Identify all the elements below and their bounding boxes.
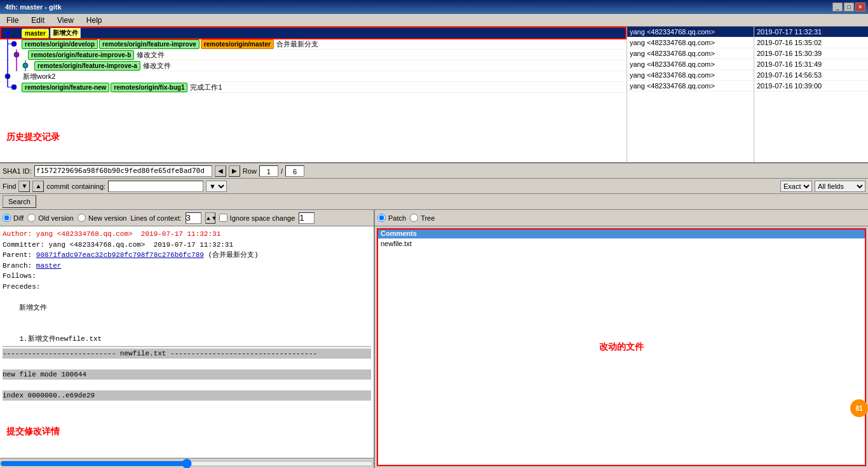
sha-input[interactable] <box>34 165 212 177</box>
bottom-section: Diff Old version New version Lines of co… <box>0 210 868 468</box>
author-row-2[interactable]: yang <482334768.qq.com> <box>627 38 754 48</box>
exact-select[interactable]: Exact <box>780 181 812 192</box>
svg-point-0 <box>5 31 10 36</box>
file-panel-header: Comments <box>377 228 866 238</box>
date-row-5[interactable]: 2019-07-16 14:56:53 <box>754 70 868 81</box>
author-area: yang <482334768.qq.com> yang <482334768.… <box>627 27 754 162</box>
commit-row-2[interactable]: remotes/origin/develop remotes/origin/fe… <box>1 39 625 50</box>
author-row-5[interactable]: yang <482334768.qq.com> <box>627 70 754 81</box>
close-button[interactable]: ✕ <box>855 3 865 11</box>
file-header-line: --------------------------- newfile.txt … <box>3 348 371 359</box>
menu-help[interactable]: Help <box>83 15 106 26</box>
row-separator: / <box>281 167 283 175</box>
author-row-6[interactable]: yang <482334768.qq.com> <box>627 81 754 92</box>
find-down-button[interactable]: ▼ <box>18 181 30 192</box>
lines-input[interactable] <box>186 212 201 224</box>
diff-toolbar: Diff Old version New version Lines of co… <box>0 210 374 226</box>
find-bar: Find ▼ ▲ commit containing: ▼ Exact All … <box>0 179 868 194</box>
branch-origin-master: remotes/origin/master <box>201 39 274 49</box>
changed-files-label: 改动的文件 <box>599 341 644 353</box>
commit-row-3[interactable]: remotes/origin/feature-improve-b 修改文件 <box>1 50 625 60</box>
patch-toolbar: Patch Tree <box>375 210 868 226</box>
old-radio-group[interactable]: Old version <box>27 214 74 222</box>
file-meta-1: new file mode 100644 <box>3 369 371 380</box>
branch-master: master <box>22 29 49 38</box>
patch-radio[interactable] <box>377 214 386 222</box>
svg-point-13 <box>5 74 10 79</box>
author-row-1[interactable]: yang <482334768.qq.com> <box>627 27 754 38</box>
old-version-radio[interactable] <box>27 214 36 222</box>
find-up-button[interactable]: ▲ <box>32 181 44 192</box>
find-label: Find <box>3 182 16 190</box>
find-type-select[interactable]: ▼ <box>206 181 227 192</box>
svg-point-16 <box>11 85 17 90</box>
date-row-3[interactable]: 2019-07-16 15:30:39 <box>754 48 868 59</box>
lines-spinner[interactable]: ▲▼ <box>205 212 215 224</box>
lines-label: Lines of context: <box>130 214 181 222</box>
branch-feature-new: remotes/origin/feature-new <box>22 83 109 92</box>
date-row-6[interactable]: 2019-07-16 10:39:00 <box>754 81 868 92</box>
ignore-space-group[interactable]: Ignore space change <box>219 214 295 222</box>
search-bar: Search <box>0 194 868 210</box>
branch-feature-improve-a: remotes/origin/feature-improve-a <box>34 61 140 71</box>
branch-develop: remotes/origin/develop <box>22 39 98 49</box>
window-title: 4th: master - gitk <box>3 3 62 11</box>
file-item-1[interactable]: newfile.txt <box>377 238 866 249</box>
new-radio-group[interactable]: New version <box>78 214 127 222</box>
diff-file-content: --------------------------- newfile.txt … <box>3 348 371 401</box>
ignore-space-checkbox[interactable] <box>219 214 227 222</box>
commit-row-1[interactable]: master 新增文件 <box>1 28 625 39</box>
author-row-3[interactable]: yang <482334768.qq.com> <box>627 48 754 59</box>
row-label: Row <box>243 167 257 175</box>
next-commit-button[interactable]: ▶ <box>229 165 240 177</box>
date-row-4[interactable]: 2019-07-16 15:31:49 <box>754 59 868 70</box>
commit-msg-2: 合并最新分支 <box>276 39 318 49</box>
menubar: File Edit View Help <box>0 14 868 27</box>
commit-msg-5: 新增work2 <box>23 72 55 81</box>
detail-label: 提交修改详情 <box>6 426 60 439</box>
branch-feature-improve: remotes/origin/feature-improve <box>99 39 200 49</box>
history-label: 历史提交记录 <box>6 132 60 143</box>
diff-radio-group[interactable]: Diff <box>3 214 24 222</box>
file-panel: Comments newfile.txt 改动的文件 <box>376 228 867 467</box>
date-row-2[interactable]: 2019-07-16 15:35:02 <box>754 38 868 48</box>
row-total: 6 <box>285 165 304 177</box>
diff-radio[interactable] <box>3 214 11 222</box>
hscroll[interactable] <box>0 458 374 468</box>
menu-view[interactable]: View <box>53 15 78 26</box>
titlebar: 4th: master - gitk _ □ ✕ <box>0 0 868 14</box>
sha-label: SHA1 ID: <box>3 167 32 175</box>
commit-row-4[interactable]: remotes/origin/feature-improve-a 修改文件 <box>1 60 625 71</box>
diff-content: Author: yang <482334768.qq.com> 2019-07-… <box>0 226 374 458</box>
patch-radio-group[interactable]: Patch <box>377 214 406 222</box>
commit-row-6[interactable]: remotes/origin/feature-new remotes/origi… <box>1 82 625 93</box>
find-containing-label: containing: <box>72 182 105 190</box>
new-version-radio[interactable] <box>78 214 86 222</box>
menu-file[interactable]: File <box>3 15 22 26</box>
maximize-button[interactable]: □ <box>844 3 854 11</box>
commit-msg-6: 完成工作1 <box>190 83 222 92</box>
top-section: master 新增文件 remotes/origin/develop remot… <box>0 27 868 163</box>
right-panel: Patch Tree Comments newfile.txt 改动的文件 81 <box>375 210 868 468</box>
search-button[interactable]: Search <box>3 195 36 208</box>
orange-badge: 81 <box>850 399 868 417</box>
minimize-button[interactable]: _ <box>832 3 843 11</box>
branch-new-file: 新增文件 <box>50 27 81 39</box>
prev-commit-button[interactable]: ◀ <box>215 165 226 177</box>
date-area: 2019-07-17 11:32:31 2019-07-16 15:35:02 … <box>754 27 868 162</box>
find-commit-label: commit <box>46 182 69 190</box>
fields-select[interactable]: All fields <box>815 181 865 192</box>
diff-text: Author: yang <482334768.qq.com> 2019-07-… <box>3 229 371 345</box>
tree-radio[interactable] <box>410 214 418 222</box>
h-scrollbar[interactable] <box>0 458 374 468</box>
graph-area: master 新增文件 remotes/origin/develop remot… <box>0 27 627 162</box>
find-input[interactable] <box>108 181 203 192</box>
main-container: master 新增文件 remotes/origin/develop remot… <box>0 27 868 468</box>
menu-edit[interactable]: Edit <box>27 15 48 26</box>
date-row-1[interactable]: 2019-07-17 11:32:31 <box>754 27 868 38</box>
ignore-value-input[interactable] <box>299 212 315 224</box>
author-row-4[interactable]: yang <482334768.qq.com> <box>627 59 754 70</box>
commit-row-5[interactable]: 新增work2 <box>1 71 625 82</box>
branch-fix-bug1: remotes/origin/fix-bug1 <box>111 83 187 92</box>
tree-radio-group[interactable]: Tree <box>410 214 435 222</box>
